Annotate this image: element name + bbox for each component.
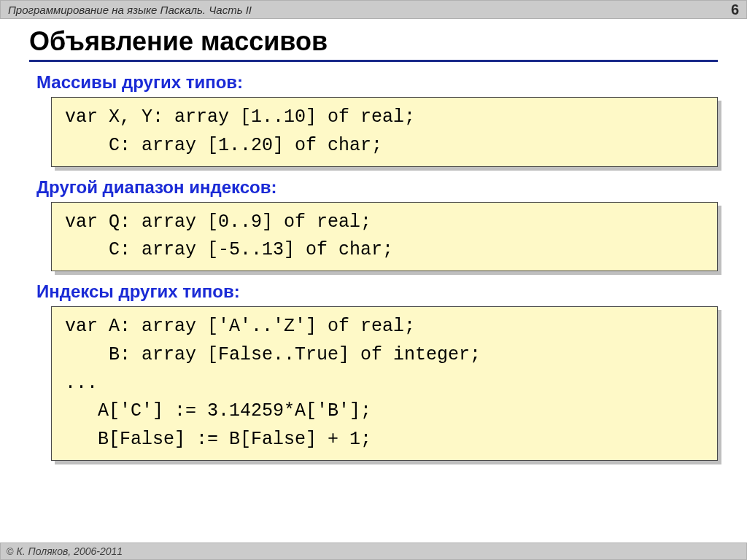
code-block: var X, Y: array [1..10] of real; C: arra… xyxy=(51,97,718,167)
footer-bar: © К. Поляков, 2006-2011 xyxy=(0,542,747,560)
section-label: Другой диапазон индексов: xyxy=(36,177,718,198)
breadcrumb: Программирование на языке Паскаль. Часть… xyxy=(8,4,252,16)
header-bar: Программирование на языке Паскаль. Часть… xyxy=(0,0,747,19)
code-block: var Q: array [0..9] of real; C: array [-… xyxy=(51,202,718,272)
code-text: var Q: array [0..9] of real; C: array [-… xyxy=(51,202,718,272)
code-block: var A: array ['A'..'Z'] of real; B: arra… xyxy=(51,306,718,461)
section-label: Массивы других типов: xyxy=(36,72,718,93)
code-text: var A: array ['A'..'Z'] of real; B: arra… xyxy=(51,306,718,461)
copyright-icon: © xyxy=(7,546,14,557)
copyright-text: К. Поляков, 2006-2011 xyxy=(17,545,123,557)
slide-content: Объявление массивов Массивы других типов… xyxy=(0,19,747,461)
code-text: var X, Y: array [1..10] of real; C: arra… xyxy=(51,97,718,167)
page-title: Объявление массивов xyxy=(29,26,718,62)
page-number: 6 xyxy=(731,1,739,18)
section-label: Индексы других типов: xyxy=(36,281,718,302)
